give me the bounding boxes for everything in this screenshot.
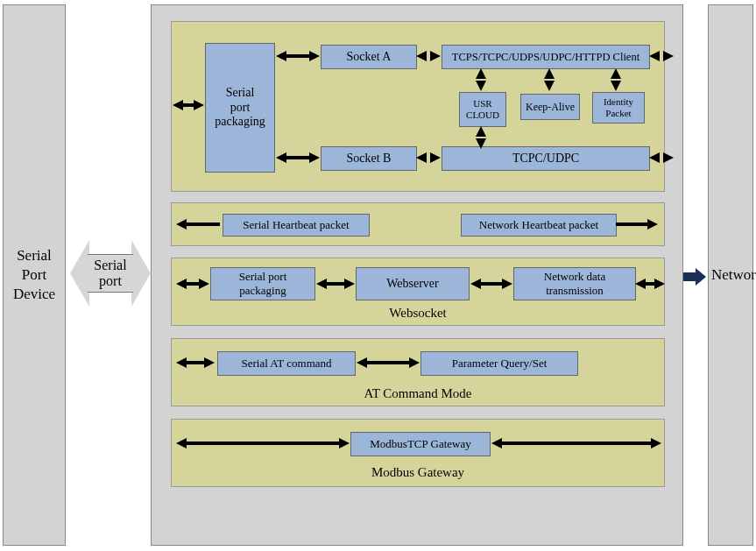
arrow-bar [187, 223, 220, 226]
arrow-bar [187, 442, 339, 445]
arrow-icon [176, 438, 187, 449]
box-serial-port-packaging: Serial port packaging [205, 43, 275, 173]
serial-port-device-panel: Serial Port Device [3, 4, 66, 546]
main-frame: Serial port packaging Socket A Socket B … [151, 4, 683, 546]
arrow-icon [416, 51, 427, 61]
arrow-bar [616, 223, 647, 226]
arrow-icon [476, 81, 486, 91]
arrow-icon [544, 68, 555, 79]
arrow-icon [416, 152, 427, 163]
arrow-icon [344, 279, 355, 289]
arrow-bar [367, 361, 409, 364]
arrow-icon [430, 152, 441, 163]
arrow-bar [646, 282, 654, 286]
serial-port-arrow: Serial port [70, 240, 151, 307]
arrow-icon [470, 279, 481, 289]
box-protocols: TCPS/TCPC/UDPS/UDPC/HTTPD Client [442, 45, 650, 69]
box-network-data: Network data transmission [513, 267, 636, 300]
arrow-icon [611, 81, 621, 91]
label-websocket: Websocket [172, 306, 664, 321]
section-at-command: Serial AT command Parameter Query/Set AT… [171, 338, 665, 406]
box-network-heartbeat: Network Heartbeat packet [461, 214, 617, 237]
arrow-icon [635, 279, 646, 289]
arrow-icon [176, 279, 187, 289]
arrow-icon [649, 152, 660, 163]
arrow-bar [286, 54, 309, 58]
section-modbus: ModbusTCP Gateway Modbus Gateway [171, 419, 665, 487]
box-webserver: Webserver [356, 267, 470, 300]
arrow-icon [357, 357, 367, 368]
arrow-icon [176, 219, 187, 230]
arrow-icon [309, 152, 320, 163]
box-modbus-gateway: ModbusTCP Gateway [350, 432, 491, 456]
arrow-icon [276, 152, 286, 163]
arrow-icon [651, 438, 661, 449]
box-tcpc-udpc: TCPC/UDPC [442, 146, 650, 171]
label-modbus: Modbus Gateway [172, 465, 664, 480]
arrow-icon [204, 357, 215, 368]
arrow-icon [476, 68, 486, 79]
network-label: Network [711, 266, 756, 284]
arrow-icon [663, 51, 674, 61]
arrow-icon [647, 219, 658, 230]
arrow-icon [502, 279, 512, 289]
arrow-icon [194, 100, 204, 110]
box-socket-a: Socket A [321, 45, 417, 69]
arrow-icon [663, 152, 674, 163]
arrow-icon [276, 51, 286, 61]
box-param-query: Parameter Query/Set [420, 351, 578, 376]
box-usr-cloud: USR CLOUD [459, 92, 506, 127]
box-socket-b: Socket B [321, 146, 417, 171]
label-at-command: AT Command Mode [172, 386, 664, 401]
arrow-icon [476, 138, 486, 149]
arrow-icon [491, 438, 502, 449]
arrow-icon [309, 51, 320, 61]
arrow-bar [502, 442, 651, 445]
arrow-icon [316, 279, 327, 289]
arrow-bar [187, 282, 199, 286]
box-serial-at: Serial AT command [217, 351, 356, 376]
arrow-icon [476, 126, 486, 137]
arrow-icon [611, 68, 621, 79]
arrow-icon [173, 100, 183, 110]
arrow-bar [286, 156, 309, 159]
arrow-bar [327, 282, 344, 286]
arrow-bar [187, 361, 204, 364]
arrow-icon [544, 81, 555, 91]
section-websocket: Serial port packaging Webserver Network … [171, 258, 665, 326]
arrow-icon [409, 357, 420, 368]
arrow-icon [649, 51, 660, 61]
section-sockets: Serial port packaging Socket A Socket B … [171, 21, 665, 192]
serial-port-device-label: Serial Port Device [13, 246, 55, 304]
box-identity-packet: Identity Packet [592, 92, 645, 124]
box-keep-alive: Keep-Alive [520, 94, 580, 120]
arrow-icon [654, 279, 665, 289]
arrow-icon [430, 51, 441, 61]
arrow-icon [199, 279, 209, 289]
box-ws-serial-packaging: Serial port packaging [210, 267, 315, 300]
arrow-icon [176, 357, 187, 368]
arrow-bar [481, 282, 502, 286]
section-heartbeat: Serial Heartbeat packet Network Heartbea… [171, 202, 665, 246]
box-serial-heartbeat: Serial Heartbeat packet [223, 214, 370, 237]
serial-port-arrow-label: Serial port [94, 258, 126, 289]
arrow-icon [339, 438, 350, 449]
